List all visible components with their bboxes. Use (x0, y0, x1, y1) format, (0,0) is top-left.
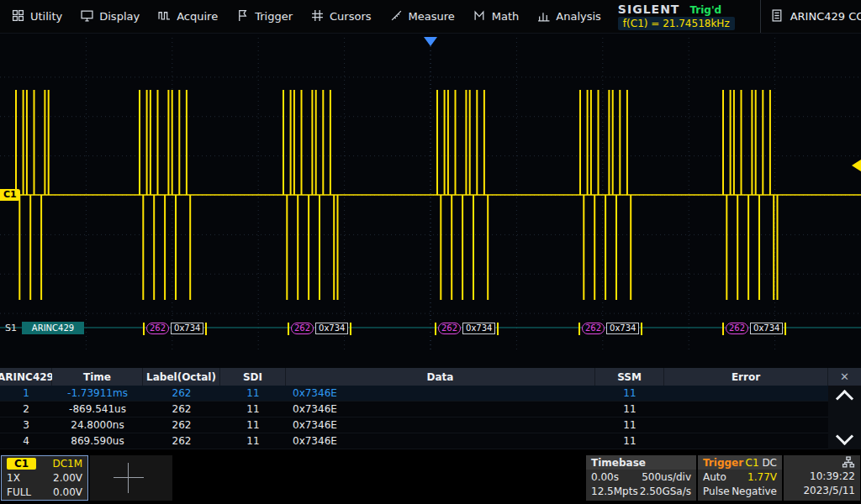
frame-start-tick (288, 323, 289, 335)
cell-row1-ssm[interactable]: 11 (595, 386, 664, 402)
scroll-up-icon[interactable] (836, 390, 853, 407)
channel-c1-offset-marker[interactable]: C1 (0, 189, 20, 201)
cell-row2-data[interactable]: 0x7346E (286, 402, 595, 417)
channel-row-2: 1X 2.00V (2, 470, 87, 485)
table-scrollbar[interactable] (828, 386, 861, 449)
decode-result-table: ARINC429TimeLabel(Octal)SDIDataSSMError✕… (0, 368, 861, 449)
plus-icon (114, 463, 144, 493)
cell-row4-sdi[interactable]: 11 (220, 433, 286, 449)
menu-item-math[interactable]: Math (473, 9, 520, 24)
channel-coupling: DC1M (52, 458, 82, 470)
cell-row3-arinc429[interactable]: 3 (0, 417, 52, 433)
oscilloscope-screen: UtilityDisplayAcquireTriggerCursorsMeasu… (0, 0, 861, 504)
menu-item-acquire[interactable]: Acquire (158, 9, 218, 24)
channel-c1-box[interactable]: C1 DC1M 1X 2.00V FULL 0.00V (1, 455, 88, 501)
cell-row4-time[interactable]: 869.590us (52, 433, 143, 449)
cell-row3-label-octal-[interactable]: 262 (143, 417, 220, 433)
cell-row1-error[interactable] (664, 386, 828, 402)
frame-data-badge: 0x734 (750, 323, 783, 334)
frame-end-tick (641, 323, 642, 335)
cell-row4-arinc429[interactable]: 4 (0, 433, 52, 449)
bus-decode-type-badge[interactable]: ARINC429 (22, 322, 84, 334)
frame-data-badge: 0x734 (171, 323, 203, 334)
cell-row1-data[interactable]: 0x7346E (286, 386, 595, 402)
channel-row-1: C1 DC1M (2, 456, 87, 470)
timebase-memory: 12.5Mpts (591, 486, 638, 497)
column-header-arinc429: ARINC429 (0, 368, 52, 386)
menu-item-trigger[interactable]: Trigger (236, 9, 293, 24)
frame-end-tick (497, 323, 499, 335)
menu-item-analysis[interactable]: Analysis (537, 9, 601, 24)
column-header-data: Data (286, 368, 595, 386)
menu-item-display[interactable]: Display (81, 9, 140, 24)
brand-block: SIGLENT Trig'd f(C1) = 21.74518kHz (618, 3, 735, 30)
menu-item-measure[interactable]: Measure (390, 9, 455, 24)
cell-row3-sdi[interactable]: 11 (220, 417, 286, 433)
channel-name-badge: C1 (7, 458, 36, 470)
channel-offset: 0.00V (53, 486, 82, 498)
menu-item-label: Math (492, 10, 520, 23)
table-close-button[interactable]: ✕ (828, 368, 861, 386)
trigger-level: 1.77V (747, 471, 777, 483)
frame-start-tick (435, 323, 436, 335)
channel-row-3: FULL 0.00V (2, 485, 87, 499)
menu-item-label: Display (99, 10, 140, 23)
timebase-box[interactable]: Timebase 0.00s 500us/div 12.5Mpts 2.50GS… (586, 455, 696, 501)
cell-row4-label-octal-[interactable]: 262 (143, 433, 220, 449)
trigger-box[interactable]: Trigger C1 DC Auto 1.77V Pulse Negative (698, 455, 782, 501)
menu-item-cursors[interactable]: Cursors (311, 9, 372, 24)
display-icon (81, 9, 93, 24)
clock-box: 10:39:22 2023/5/11 (784, 455, 860, 501)
waveform-area[interactable]: C1 S1 ARINC429 2620x7342620x7342620x7342… (0, 34, 861, 368)
cell-row4-data[interactable]: 0x7346E (286, 433, 595, 449)
cell-row2-error[interactable] (664, 402, 828, 417)
cell-row3-data[interactable]: 0x7346E (286, 417, 595, 433)
cell-row1-time[interactable]: -1.73911ms (52, 386, 143, 402)
frame-label-badge: 262 (291, 323, 314, 334)
cell-row2-sdi[interactable]: 11 (220, 402, 286, 417)
network-icon[interactable] (789, 456, 855, 470)
trigger-row-2: Pulse Negative (698, 484, 782, 498)
frame-label-badge: 262 (438, 323, 461, 334)
decode-frame-3: 2620x734 (435, 322, 499, 335)
cell-row2-label-octal-[interactable]: 262 (143, 402, 220, 417)
cell-row1-label-octal-[interactable]: 262 (143, 386, 220, 402)
close-icon: ✕ (840, 370, 849, 383)
cell-row3-error[interactable] (664, 417, 828, 433)
frequency-counter: f(C1) = 21.74518kHz (618, 17, 735, 30)
status-bar: C1 DC1M 1X 2.00V FULL 0.00V Timebase 0.0… (0, 454, 861, 504)
cell-row2-ssm[interactable]: 11 (595, 402, 664, 417)
frame-label-badge: 262 (726, 323, 748, 334)
cell-row4-ssm[interactable]: 11 (595, 433, 664, 449)
cell-row2-arinc429[interactable]: 2 (0, 402, 52, 417)
cell-row4-error[interactable] (664, 433, 828, 449)
arinc429-config-button[interactable]: ARINC429 CONFIG (760, 0, 861, 34)
frame-label-badge: 262 (582, 323, 605, 334)
cell-row1-arinc429[interactable]: 1 (0, 386, 52, 402)
frame-end-tick (205, 323, 207, 335)
clock-time: 10:39:22 (789, 470, 855, 484)
timebase-delay: 0.00s (591, 471, 619, 483)
scroll-down-icon[interactable] (836, 428, 853, 445)
cell-row2-time[interactable]: -869.541us (52, 402, 143, 417)
decode-frame-1: 2620x734 (143, 322, 207, 335)
menu-item-label: Acquire (177, 10, 218, 23)
decode-frame-2: 2620x734 (288, 322, 351, 335)
cell-row1-sdi[interactable]: 11 (220, 386, 286, 402)
cell-row3-time[interactable]: 24.8000ns (52, 417, 143, 433)
flag-icon (236, 9, 249, 24)
frame-start-tick (143, 323, 145, 335)
menu-item-utility[interactable]: Utility (12, 9, 62, 24)
math-icon (473, 9, 486, 24)
grid-icon (12, 9, 24, 24)
trigger-level-marker[interactable] (852, 160, 861, 171)
decode-frame-4: 2620x734 (578, 322, 642, 335)
frame-data-badge: 0x734 (315, 323, 348, 334)
add-channel-button[interactable] (90, 455, 172, 501)
timebase-sample-rate: 2.50GSa/s (640, 486, 691, 497)
cell-row3-ssm[interactable]: 11 (595, 417, 664, 433)
frame-start-tick (722, 323, 724, 335)
channel-bandwidth: FULL (7, 486, 31, 498)
trigger-position-marker[interactable] (424, 37, 437, 46)
column-header-label-octal-: Label(Octal) (143, 368, 220, 386)
